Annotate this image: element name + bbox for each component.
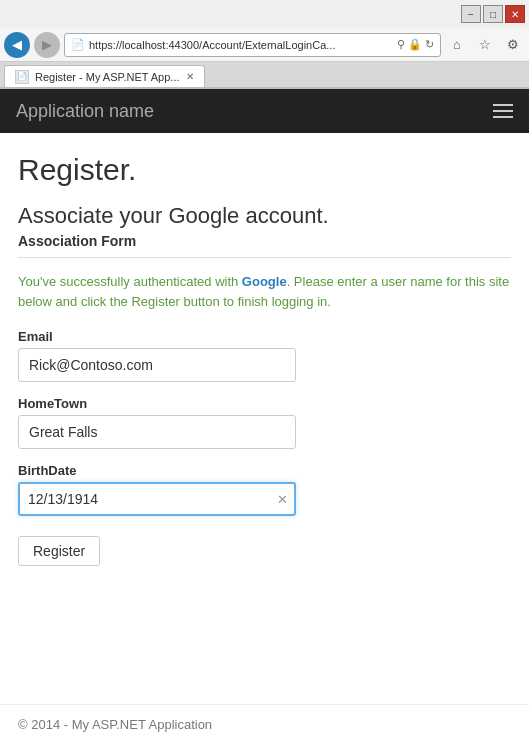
refresh-icon[interactable]: ↻ — [425, 38, 434, 51]
home-button[interactable]: ⌂ — [445, 33, 469, 57]
back-button[interactable]: ◀ — [4, 32, 30, 58]
app-name: Application name — [16, 101, 154, 122]
hometown-group: HomeTown — [18, 396, 511, 449]
hamburger-line-2 — [493, 110, 513, 112]
minimize-button[interactable]: − — [461, 5, 481, 23]
address-text: https://localhost:44300/Account/External… — [89, 39, 393, 51]
email-field[interactable] — [18, 348, 296, 382]
page-title: Register. — [18, 153, 511, 187]
tab-favicon: 📄 — [15, 70, 29, 84]
app-container: Application name Register. Associate you… — [0, 89, 529, 743]
birthdate-label: BirthDate — [18, 463, 511, 478]
hamburger-line-3 — [493, 116, 513, 118]
hamburger-line-1 — [493, 104, 513, 106]
nav-icons: ⌂ ☆ ⚙ — [445, 33, 525, 57]
forward-button[interactable]: ▶ — [34, 32, 60, 58]
birthdate-clear-button[interactable]: ✕ — [270, 487, 294, 511]
register-button[interactable]: Register — [18, 536, 100, 566]
info-message: You've successfully authenticated with G… — [18, 272, 511, 311]
info-message-bold: Google — [242, 274, 287, 289]
info-message-before: You've successfully authenticated with — [18, 274, 242, 289]
settings-button[interactable]: ⚙ — [501, 33, 525, 57]
section-divider — [18, 257, 511, 258]
birthdate-input-wrapper: ✕ — [18, 482, 296, 516]
nav-bar: ◀ ▶ 📄 https://localhost:44300/Account/Ex… — [0, 28, 529, 62]
title-bar: − □ ✕ — [0, 0, 529, 28]
hamburger-menu[interactable] — [493, 104, 513, 118]
email-group: Email — [18, 329, 511, 382]
page-footer: © 2014 - My ASP.NET Application — [0, 704, 529, 743]
maximize-button[interactable]: □ — [483, 5, 503, 23]
active-tab[interactable]: 📄 Register - My ASP.NET App... ✕ — [4, 65, 205, 87]
hometown-label: HomeTown — [18, 396, 511, 411]
tab-bar: 📄 Register - My ASP.NET App... ✕ — [0, 62, 529, 88]
tab-close-button[interactable]: ✕ — [186, 71, 194, 82]
footer-text: © 2014 - My ASP.NET Application — [18, 717, 212, 732]
page-icon: 📄 — [71, 38, 85, 51]
search-icon[interactable]: ⚲ — [397, 38, 405, 51]
birthdate-field[interactable] — [20, 484, 270, 514]
lock-icon: 🔒 — [408, 38, 422, 51]
email-label: Email — [18, 329, 511, 344]
favorites-button[interactable]: ☆ — [473, 33, 497, 57]
section-subtitle: Association Form — [18, 233, 511, 249]
browser-chrome: − □ ✕ ◀ ▶ 📄 https://localhost:44300/Acco… — [0, 0, 529, 89]
hometown-field[interactable] — [18, 415, 296, 449]
address-icons: ⚲ 🔒 ↻ — [397, 38, 434, 51]
tab-label: Register - My ASP.NET App... — [35, 71, 180, 83]
app-navbar: Application name — [0, 89, 529, 133]
address-bar[interactable]: 📄 https://localhost:44300/Account/Extern… — [64, 33, 441, 57]
birthdate-group: BirthDate ✕ — [18, 463, 511, 516]
section-title: Associate your Google account. — [18, 203, 511, 229]
close-button[interactable]: ✕ — [505, 5, 525, 23]
page-content: Register. Associate your Google account.… — [0, 133, 529, 704]
